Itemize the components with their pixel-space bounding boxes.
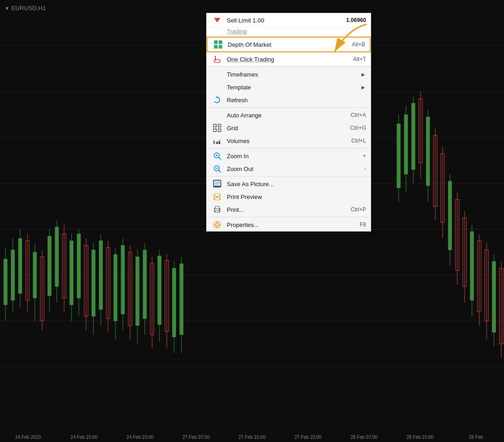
auto-arrange-label: Auto Arrange	[227, 112, 341, 119]
one-click-trading-item[interactable]: One Click Trading Alt+T	[207, 52, 371, 66]
svg-rect-63	[411, 103, 415, 170]
date-label-5: 27 Feb 15:00	[224, 435, 280, 440]
print-icon	[211, 205, 223, 214]
svg-rect-67	[426, 117, 430, 186]
print-preview-item[interactable]: Print Preview	[207, 190, 371, 203]
grid-icon	[211, 124, 223, 132]
svg-rect-126	[215, 210, 219, 212]
one-click-label: One Click Trading	[227, 56, 344, 63]
svg-rect-23	[55, 227, 59, 287]
one-click-shortcut: Alt+T	[353, 56, 366, 62]
date-label-1: 24 Feb 2023	[0, 435, 56, 440]
svg-rect-102	[218, 124, 221, 127]
separator-2	[207, 148, 371, 149]
volumes-item[interactable]: Volumes Ctrl+L	[207, 134, 371, 147]
svg-rect-73	[448, 181, 452, 250]
svg-line-114	[219, 170, 221, 172]
print-shortcut: Ctrl+P	[351, 206, 366, 213]
svg-rect-57	[180, 264, 183, 335]
svg-rect-51	[158, 256, 161, 325]
zoom-in-item[interactable]: Zoom In +	[207, 149, 371, 162]
date-label-6: 27 Feb 23:00	[280, 435, 336, 440]
svg-rect-29	[77, 234, 81, 298]
date-label-2: 24 Feb 15:00	[56, 435, 112, 440]
svg-rect-95	[219, 41, 221, 43]
svg-rect-108	[216, 142, 218, 144]
svg-rect-104	[218, 129, 221, 132]
svg-marker-100	[216, 96, 219, 98]
separator-1	[207, 107, 371, 108]
sell-limit-item[interactable]: Sell Limit 1.00 1.06960	[207, 13, 371, 28]
date-label-9: 28 Feb	[448, 435, 504, 440]
save-as-picture-item[interactable]: Save As Picture...	[207, 177, 371, 190]
dom-label: Depth Of Market	[228, 41, 343, 48]
properties-item[interactable]: Properties... F8	[207, 218, 371, 231]
timeframes-label: Timeframes	[227, 71, 356, 78]
date-label-4: 27 Feb 07:00	[168, 435, 224, 440]
grid-shortcut: Ctrl+G	[350, 125, 366, 131]
grid-label: Grid	[227, 125, 341, 132]
auto-arrange-shortcut: Ctrl+A	[351, 112, 366, 118]
print-label: Print...	[227, 206, 341, 213]
print-preview-icon	[211, 193, 223, 201]
svg-rect-79	[470, 232, 474, 300]
date-label-3: 24 Feb 23:00	[112, 435, 168, 440]
separator-3	[207, 176, 371, 177]
grid-item[interactable]: Grid Ctrl+G	[207, 122, 371, 134]
svg-rect-85	[492, 261, 496, 332]
auto-arrange-item[interactable]: Auto Arrange Ctrl+A	[207, 109, 371, 122]
zoom-in-icon	[211, 152, 223, 160]
svg-rect-55	[172, 268, 176, 337]
zoom-in-label: Zoom In	[227, 153, 354, 160]
svg-rect-39	[114, 254, 117, 321]
zoom-out-shortcut: -	[364, 166, 366, 172]
sell-limit-icon	[211, 16, 223, 24]
svg-rect-122	[215, 198, 219, 200]
svg-rect-9	[4, 259, 7, 305]
save-picture-icon	[211, 180, 223, 188]
print-item[interactable]: Print... Ctrl+P	[207, 203, 371, 216]
refresh-item[interactable]: Refresh	[207, 94, 371, 106]
svg-rect-59	[397, 124, 400, 188]
print-preview-label: Print Preview	[227, 193, 366, 200]
timeframes-arrow: ►	[360, 71, 366, 78]
svg-rect-35	[99, 241, 103, 309]
volumes-icon	[211, 137, 223, 145]
svg-line-110	[219, 157, 221, 160]
svg-rect-21	[48, 236, 51, 296]
zoom-out-icon	[211, 165, 223, 173]
depth-of-market-item[interactable]: Depth Of Market Alt+B	[207, 37, 371, 52]
properties-shortcut: F8	[360, 221, 366, 228]
separator-0	[207, 66, 371, 67]
properties-icon	[211, 221, 223, 229]
volumes-label: Volumes	[227, 138, 342, 144]
trading-partial-item: Trading	[207, 28, 371, 37]
svg-rect-121	[215, 193, 219, 196]
svg-rect-94	[215, 41, 217, 43]
svg-rect-41	[121, 245, 125, 314]
properties-label: Properties...	[227, 221, 351, 228]
svg-rect-118	[214, 181, 220, 185]
svg-rect-107	[219, 141, 220, 144]
zoom-out-item[interactable]: Zoom Out -	[207, 162, 371, 175]
timeframes-item[interactable]: Timeframes ►	[207, 68, 371, 81]
zoom-in-shortcut: +	[363, 153, 366, 159]
trading-partial-label: Trading	[227, 28, 247, 35]
svg-rect-17	[33, 252, 37, 298]
svg-rect-33	[92, 250, 95, 316]
template-arrow: ►	[360, 84, 366, 91]
dom-icon	[212, 40, 224, 49]
date-axis: 24 Feb 2023 24 Feb 15:00 24 Feb 23:00 27…	[0, 432, 504, 442]
svg-rect-119	[214, 186, 221, 188]
refresh-icon	[211, 96, 223, 104]
svg-rect-101	[214, 124, 216, 127]
svg-rect-127	[219, 209, 220, 210]
svg-rect-11	[11, 250, 15, 300]
separator-4	[207, 217, 371, 217]
svg-rect-47	[143, 250, 147, 319]
template-item[interactable]: Template ►	[207, 81, 371, 94]
svg-rect-96	[215, 46, 217, 48]
svg-rect-97	[219, 46, 221, 48]
date-label-7: 28 Feb 07:00	[336, 435, 392, 440]
svg-rect-45	[136, 257, 139, 326]
